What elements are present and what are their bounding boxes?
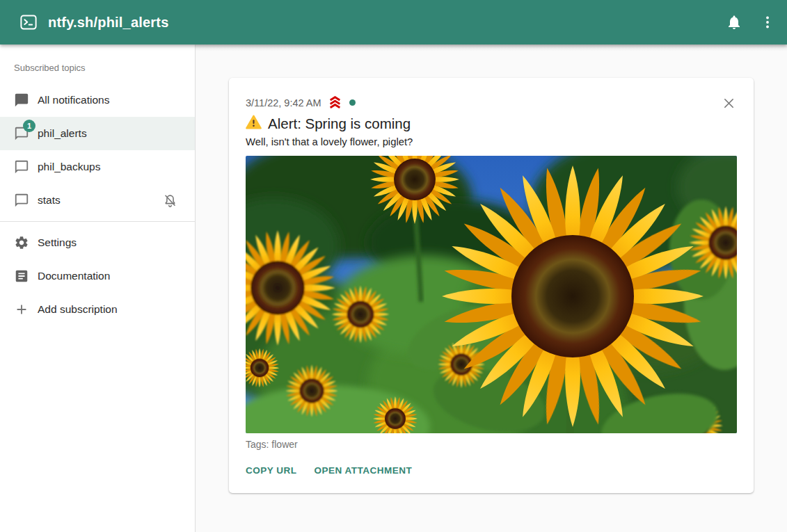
terminal-logo-icon xyxy=(19,13,38,31)
copy-url-button[interactable]: COPY URL xyxy=(240,459,303,482)
notification-actions: COPY URL OPEN ATTACHMENT xyxy=(240,459,737,482)
sidebar-caption: Subscribed topics xyxy=(0,45,195,83)
notification-timestamp: 3/11/22, 9:42 AM xyxy=(246,97,321,108)
chat-bubble-filled-icon xyxy=(13,92,30,108)
sidebar-item-add-subscription[interactable]: Add subscription xyxy=(0,293,195,326)
notification-card: 3/11/22, 9:42 AM xyxy=(229,78,754,493)
plus-icon xyxy=(13,301,30,318)
notification-title-text: Alert: Spring is coming xyxy=(268,115,411,132)
appbar-title: ntfy.sh/phil_alerts xyxy=(48,15,720,31)
appbar-actions xyxy=(720,8,781,36)
sidebar-item-label: Documentation xyxy=(38,270,110,282)
sidebar-item-label: phil_alerts xyxy=(38,127,87,140)
open-attachment-button[interactable]: OPEN ATTACHMENT xyxy=(309,459,418,482)
chat-bubble-outline-icon: 1 xyxy=(13,125,30,142)
notification-body: Well, isn't that a lovely flower, piglet… xyxy=(246,136,737,147)
warning-emoji-icon xyxy=(246,115,262,133)
notification-tags: Tags: flower xyxy=(246,439,737,450)
notifications-off-icon xyxy=(162,193,178,209)
sidebar-item-settings[interactable]: Settings xyxy=(0,226,195,259)
document-icon xyxy=(13,268,30,284)
sidebar-item-label: Settings xyxy=(38,236,77,249)
attachment-image[interactable] xyxy=(246,156,737,433)
notifications-bell-button[interactable] xyxy=(720,8,748,36)
sidebar-item-label: Add subscription xyxy=(38,303,118,316)
overflow-menu-button[interactable] xyxy=(754,8,781,36)
sidebar-item-label: All notifications xyxy=(38,94,109,106)
sidebar-item-label: phil_backups xyxy=(38,161,100,173)
close-icon xyxy=(722,97,736,110)
sidebar-item-phil-backups[interactable]: phil_backups xyxy=(0,150,195,184)
sidebar-item-documentation[interactable]: Documentation xyxy=(0,259,195,293)
chat-bubble-outline-icon xyxy=(13,192,30,209)
sidebar-item-label: stats xyxy=(38,194,61,207)
sidebar: Subscribed topics All notifications 1 ph… xyxy=(0,45,196,532)
notifications-bell-icon xyxy=(726,14,742,31)
sidebar-item-phil-alerts[interactable]: 1 phil_alerts xyxy=(0,117,195,150)
appbar: ntfy.sh/phil_alerts xyxy=(0,0,787,45)
notification-title: Alert: Spring is coming xyxy=(246,115,737,133)
unread-count-badge: 1 xyxy=(23,120,35,132)
close-notification-button[interactable] xyxy=(719,93,738,113)
sidebar-item-stats[interactable]: stats xyxy=(0,184,195,217)
main-content: 3/11/22, 9:42 AM xyxy=(196,45,787,532)
chat-bubble-outline-icon xyxy=(13,159,30,175)
notification-header: 3/11/22, 9:42 AM xyxy=(246,96,737,109)
sidebar-divider xyxy=(0,221,195,222)
new-indicator-dot xyxy=(349,99,356,106)
sidebar-item-all-notifications[interactable]: All notifications xyxy=(0,83,195,117)
settings-gear-icon xyxy=(13,234,30,251)
priority-urgent-icon xyxy=(327,96,343,109)
kebab-menu-icon xyxy=(759,14,776,31)
